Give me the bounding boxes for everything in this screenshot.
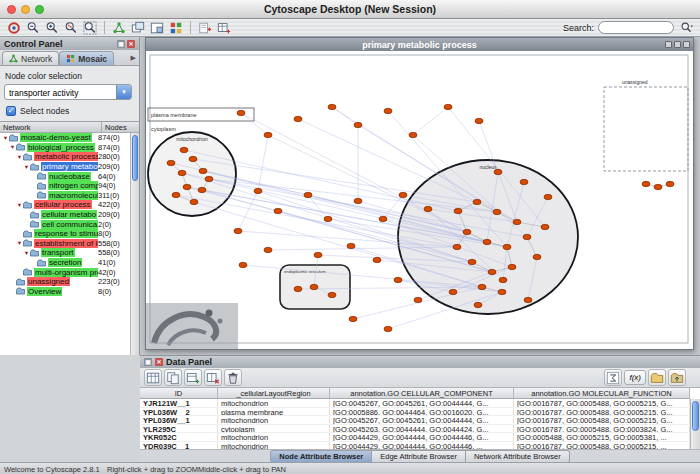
graph-node[interactable] (666, 181, 674, 186)
graph-node[interactable] (310, 284, 318, 289)
data-panel-float-icon[interactable]: ▣ (144, 358, 152, 366)
search-input[interactable] (598, 21, 674, 34)
tab-node-attribute-browser[interactable]: Node Attribute Browser (270, 450, 372, 463)
graph-node[interactable] (544, 194, 552, 199)
tree-expand-icon[interactable]: ▼ (23, 164, 30, 170)
graph-node[interactable] (483, 239, 491, 244)
graph-node[interactable] (183, 184, 191, 189)
graph-node[interactable] (488, 269, 496, 274)
minimize-window-icon[interactable] (21, 5, 30, 14)
tree-item[interactable]: Overview8(0) (0, 287, 130, 297)
graph-node[interactable] (523, 234, 531, 239)
graph-node[interactable] (347, 243, 355, 248)
equation-button[interactable] (604, 369, 622, 386)
tree-item[interactable]: ▼establishment of lo558(0) (0, 239, 130, 249)
network-view-window[interactable]: primary metabolic process (145, 37, 694, 350)
table-scrollbar-thumb[interactable] (692, 401, 699, 431)
export-folder-button[interactable] (668, 369, 686, 386)
graph-node[interactable] (453, 244, 461, 249)
graph-node[interactable] (503, 244, 511, 249)
tree-expand-icon[interactable]: ▼ (16, 202, 23, 208)
tree-scrollbar[interactable] (130, 133, 139, 355)
tree-item[interactable]: secretion41(0) (0, 258, 130, 268)
trash-button[interactable] (224, 369, 242, 386)
graph-node[interactable] (493, 209, 501, 214)
tree-col-nodes[interactable]: Nodes (102, 122, 139, 132)
select-nodes-checkbox[interactable]: ✓ (6, 106, 16, 116)
graph-node[interactable] (414, 297, 422, 302)
net-close-icon[interactable] (683, 41, 690, 48)
table-plus-button[interactable] (215, 20, 233, 36)
table-column-header[interactable]: ID (140, 388, 218, 398)
table-row[interactable]: YJR121W__1mitochondrion[GO:0045267, GO:0… (140, 399, 690, 408)
graph-node[interactable] (449, 289, 457, 294)
net-minimize-icon[interactable] (665, 41, 672, 48)
graph-node[interactable] (475, 118, 483, 123)
graph-node[interactable] (494, 169, 502, 174)
tree-item[interactable]: multi-organism pro42(0) (0, 267, 130, 277)
graph-node[interactable] (264, 247, 272, 252)
table-column-header[interactable]: annotation.GO CELLULAR_COMPONENT (330, 388, 514, 398)
birdseye-button[interactable] (148, 20, 166, 36)
graph-node[interactable] (264, 132, 272, 137)
new-attribute-button[interactable] (184, 369, 202, 386)
graph-node[interactable] (349, 316, 357, 321)
import-folder-button[interactable] (648, 369, 666, 386)
graph-node[interactable] (373, 257, 381, 262)
close-panel-icon[interactable]: ✕ (127, 40, 135, 48)
graph-node[interactable] (399, 192, 407, 197)
network-canvas[interactable]: plasma membranecytoplasmmitochondrionnuc… (146, 51, 693, 349)
table-column-header[interactable]: annotation.GO MOLECULAR_FUNCTION (514, 388, 690, 398)
zoom-selected-button[interactable] (62, 20, 80, 36)
graph-node[interactable] (190, 199, 198, 204)
zoom-in-button[interactable] (43, 20, 61, 36)
tree-expand-icon[interactable]: ▼ (23, 250, 30, 256)
graph-node[interactable] (520, 179, 528, 184)
graph-node[interactable] (234, 228, 242, 233)
graph-node[interactable] (533, 254, 541, 259)
graph-node[interactable] (167, 160, 175, 165)
graph-node[interactable] (394, 277, 402, 282)
graph-node[interactable] (304, 192, 312, 197)
tab-edge-attribute-browser[interactable]: Edge Attribute Browser (372, 450, 466, 463)
graph-node[interactable] (237, 110, 245, 115)
zoom-window-icon[interactable] (35, 5, 44, 14)
tree-item[interactable]: cellular metabo209(0) (0, 210, 130, 220)
graph-node[interactable] (294, 286, 302, 291)
network-view-titlebar[interactable]: primary metabolic process (146, 38, 693, 51)
function-builder-button[interactable]: f(x) (624, 370, 646, 385)
tree-item[interactable]: unassigned223(0) (0, 277, 130, 287)
tree-item[interactable]: ▼mosaic-demo-yeast874(0) (0, 133, 130, 143)
graph-node[interactable] (205, 176, 213, 181)
graph-node[interactable] (642, 181, 650, 186)
graph-node[interactable] (189, 156, 197, 161)
graph-node[interactable] (239, 262, 247, 267)
select-attributes-button[interactable] (144, 369, 162, 386)
graph-node[interactable] (498, 289, 506, 294)
tree-expand-icon[interactable]: ▼ (16, 154, 23, 160)
tree-expand-icon[interactable]: ▼ (16, 240, 23, 246)
vizmapper-button[interactable] (167, 20, 185, 36)
network-manager-button[interactable] (129, 20, 147, 36)
graph-node[interactable] (328, 292, 336, 297)
table-scrollbar[interactable] (690, 399, 700, 449)
graph-node[interactable] (180, 147, 188, 152)
graph-node[interactable] (199, 168, 207, 173)
graph-node[interactable] (424, 206, 432, 211)
graph-node[interactable] (178, 170, 186, 175)
cytoscape-button[interactable] (5, 20, 23, 36)
tree-item[interactable]: ▼biological_process874(0) (0, 143, 130, 153)
graph-node[interactable] (463, 229, 471, 234)
graph-node[interactable] (314, 252, 322, 257)
tree-expand-icon[interactable]: ▼ (2, 135, 9, 141)
graph-node[interactable] (541, 224, 549, 229)
graph-node[interactable] (444, 104, 452, 109)
network-button[interactable] (110, 20, 128, 36)
tree-item[interactable]: nucleobase64(0) (0, 171, 130, 181)
tree-item[interactable]: cell communica2(0) (0, 219, 130, 229)
graph-node[interactable] (499, 277, 507, 282)
graph-node[interactable] (654, 184, 662, 189)
tab-network-attribute-browser[interactable]: Network Attribute Browser (466, 450, 570, 463)
graph-node[interactable] (473, 199, 481, 204)
graph-node[interactable] (478, 284, 486, 289)
